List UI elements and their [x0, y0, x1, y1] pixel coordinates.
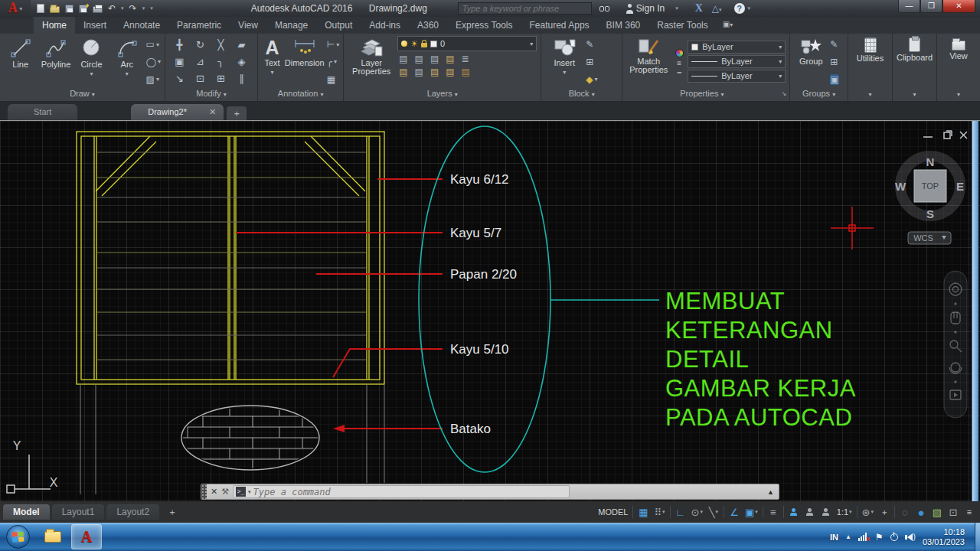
layout1-tab[interactable]: Layout1 [52, 504, 105, 520]
viewcube-south[interactable]: S [926, 207, 934, 220]
object-color-select[interactable]: ByLayer ▾ [688, 41, 786, 54]
note-text[interactable]: MEMBUAT KETERANGAN DETAIL GAMBAR KERJA P… [665, 288, 856, 431]
linetype-select[interactable]: ByLayer ▾ [688, 70, 786, 83]
move-tool-icon[interactable]: ╋ [169, 37, 190, 54]
plank-lines[interactable] [97, 152, 366, 360]
group-edit-icon[interactable]: ⊞ [830, 57, 838, 67]
qat-customize-dropdown[interactable]: ▾ [150, 5, 153, 11]
block-edit-icon[interactable]: ✎ [586, 39, 593, 50]
rotate-tool-icon[interactable]: ↻ [190, 37, 211, 54]
layer-unisolate-icon[interactable]: ▤ [415, 67, 423, 77]
language-indicator[interactable]: IN [830, 533, 838, 542]
lineweight-toggle-icon[interactable]: ≡ [766, 504, 781, 520]
annotation-scale-button[interactable]: 1:1▾ [835, 504, 854, 520]
offset-tool-icon[interactable]: ∥ [231, 70, 252, 87]
layer-thaw-all-icon[interactable]: ▤ [430, 67, 439, 77]
group-selection-icon[interactable]: ▣ [830, 74, 838, 85]
tab-manage[interactable]: Manage [266, 17, 316, 34]
navigation-bar[interactable] [944, 271, 967, 418]
tab-parametric[interactable]: Parametric [168, 17, 230, 34]
command-input[interactable] [253, 487, 567, 497]
search-input[interactable] [458, 2, 592, 15]
tab-addins[interactable]: Add-ins [361, 17, 409, 34]
restore-button[interactable]: ❐ [920, 0, 942, 13]
ribbon-display-toggle[interactable]: ▣▾ [723, 17, 733, 34]
taskbar-clock[interactable]: 10:18 03/01/2023 [923, 527, 965, 547]
view-button[interactable]: View [941, 36, 976, 88]
layer-match-icon[interactable]: ≣ [462, 54, 469, 64]
model-space-canvas[interactable]: Kayu 6/12 Kayu 5/7 Papan 2/20 Kayu 5/10 … [0, 121, 980, 501]
tab-view[interactable]: View [230, 17, 266, 34]
panel-footer-layers[interactable]: Layers ▾ [344, 88, 541, 101]
new-file-button[interactable] [37, 4, 44, 13]
tab-featured-apps[interactable]: Featured Apps [521, 17, 598, 34]
wcs-selector[interactable]: WCS [908, 232, 951, 244]
callout-batako[interactable]: Batako [450, 422, 491, 436]
annotation-monitor-icon[interactable] [786, 504, 802, 520]
panel-footer-properties[interactable]: Properties ▾ ↘ [622, 88, 789, 101]
layer-lock-icon[interactable]: ▤ [446, 54, 454, 64]
ungroup-icon[interactable]: ✎ [830, 39, 838, 50]
drawing-close-icon[interactable] [960, 132, 967, 139]
close-button[interactable]: ✕ [942, 0, 975, 13]
save-button[interactable] [65, 5, 74, 13]
text-button[interactable]: A Text ▾ [262, 36, 283, 88]
ortho-toggle-icon[interactable]: ∟ [673, 504, 688, 520]
help-button[interactable]: ? [734, 3, 745, 14]
array-tool-icon[interactable]: ⊞ [211, 70, 231, 87]
plot-button[interactable] [93, 6, 103, 13]
panel-footer-clipboard[interactable]: ▾ [893, 88, 936, 101]
tab-insert[interactable]: Insert [75, 17, 115, 34]
viewcube-east[interactable]: E [956, 180, 964, 193]
rectangle-tool-icon[interactable]: ▭ [146, 39, 155, 50]
speaker-icon[interactable]: ) [905, 533, 916, 541]
tab-express-tools[interactable]: Express Tools [447, 17, 521, 34]
object-snap-icon[interactable]: ▣▾ [743, 504, 760, 520]
table-tool-icon[interactable]: ▦ [327, 74, 335, 85]
utilities-button[interactable]: Utilities [852, 36, 888, 88]
minimize-button[interactable]: — [898, 0, 920, 13]
multileader-tool-icon[interactable]: ⊢ [327, 39, 335, 50]
lineweight-icon[interactable]: ≡ [677, 60, 681, 67]
isodraft-icon[interactable]: ╲▾ [706, 504, 721, 520]
callout-labels[interactable]: Kayu 6/12 Kayu 5/7 Papan 2/20 Kayu 5/10 … [450, 172, 517, 436]
dimension-button[interactable]: Dimension [285, 36, 325, 88]
object-snap-tracking-icon[interactable]: ∠ [727, 504, 742, 520]
note-line-4[interactable]: GAMBAR KERJA [665, 375, 856, 402]
viewcube-west[interactable]: W [895, 180, 906, 193]
layer-isolate-icon[interactable]: ▤ [415, 54, 423, 64]
palette-grip[interactable] [201, 484, 207, 499]
copy-tool-icon[interactable]: ▣ [169, 54, 190, 70]
redo-dropdown[interactable]: ▾ [142, 5, 145, 11]
action-center-flag-icon[interactable]: ⚑ [875, 532, 884, 543]
match-properties-button[interactable]: Match Properties [626, 36, 671, 88]
color-wheel-icon[interactable] [675, 49, 684, 57]
power-icon[interactable] [890, 533, 898, 541]
open-file-button[interactable] [50, 6, 60, 13]
scale-tool-icon[interactable]: ⊡ [190, 70, 211, 87]
frame-geometry[interactable] [77, 132, 384, 384]
show-hidden-icons[interactable]: ▲ [845, 533, 851, 540]
isolate-objects-icon[interactable]: ◌ [897, 504, 913, 520]
wall-edge-lines[interactable] [80, 385, 384, 494]
hatch-tool-icon[interactable]: ▨ [146, 74, 155, 85]
stretch-tool-icon[interactable]: ↘ [169, 70, 190, 87]
polar-tracking-icon[interactable]: ⊙▾ [689, 504, 705, 520]
annotation-plus-icon[interactable]: ＋ [877, 504, 892, 520]
drawing-restore-icon[interactable] [944, 131, 952, 139]
new-layout-button[interactable]: ＋ [162, 506, 183, 519]
layout2-tab[interactable]: Layout2 [106, 504, 159, 520]
trim-tool-icon[interactable]: ╳ [211, 37, 231, 54]
undo-dropdown[interactable]: ▾ [121, 5, 124, 11]
mirror-tool-icon[interactable]: ⊿ [190, 54, 211, 70]
erase-tool-icon[interactable]: ▰ [231, 37, 252, 54]
graphics-performance-icon[interactable]: ● [913, 504, 929, 520]
tab-output[interactable]: Output [316, 17, 361, 34]
arc-button[interactable]: Arc ▾ [110, 36, 143, 88]
panel-footer-utilities[interactable]: ▾ [848, 88, 892, 101]
leader-lines[interactable] [236, 179, 443, 429]
clipboard-button[interactable]: Clipboard [897, 36, 933, 88]
viewcube-north[interactable]: N [926, 155, 935, 168]
tab-raster-tools[interactable]: Raster Tools [648, 17, 716, 34]
save-as-button[interactable] [79, 5, 87, 13]
